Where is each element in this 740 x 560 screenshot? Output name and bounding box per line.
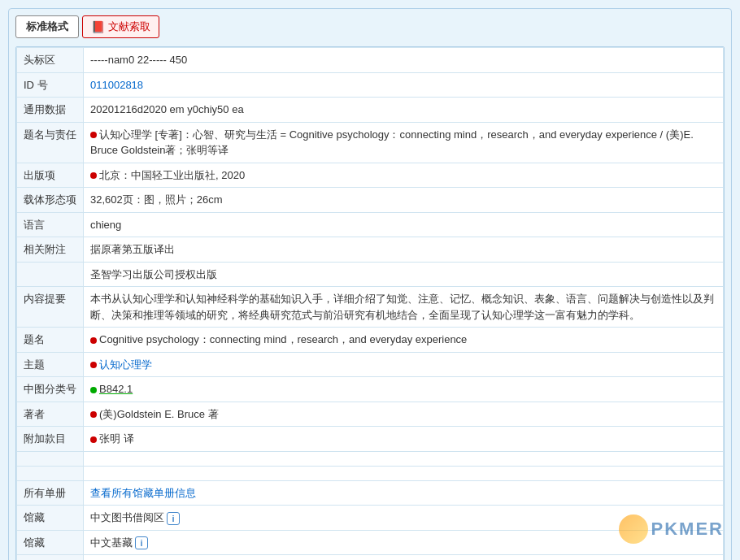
label-cell: 中图分类号 (17, 377, 84, 402)
tab-standard-label: 标准格式 (26, 20, 68, 33)
label-cell: 馆藏 (17, 506, 84, 531)
dot-value: Cognitive psychology：connecting mind，res… (99, 333, 467, 345)
label-cell: 内容提要 (17, 287, 84, 328)
value-cell: (美)Goldstein E. Bruce 著 (84, 402, 724, 427)
label-cell (17, 262, 84, 287)
table-row (17, 466, 724, 480)
value-cell: 本书从认知心理学和认知神经科学的基础知识入手，详细介绍了知觉、注意、记忆、概念知… (84, 287, 724, 328)
dot-value: (美)Goldstein E. Bruce 著 (99, 408, 219, 420)
value-cell: Cognitive psychology：connecting mind，res… (84, 328, 724, 353)
value-link[interactable]: 查看所有馆藏单册信息 (90, 487, 196, 499)
value-link[interactable]: 011002818 (90, 79, 143, 91)
label-cell: 出版项 (17, 163, 84, 188)
value-cell: -----nam0 22----- 450 (84, 48, 724, 73)
label-cell: 附加款目 (17, 427, 84, 452)
label-cell: 著者 (17, 402, 84, 427)
label-cell: 题名 (17, 328, 84, 353)
value-cell: 书刊保存本库i (84, 555, 724, 561)
value-cell: B842.1 (84, 377, 724, 402)
table-row: 所有单册查看所有馆藏单册信息 (17, 480, 724, 506)
label-cell: 馆藏 (17, 555, 84, 561)
tab-bar: 标准格式 📕 文献索取 (15, 15, 725, 38)
classification-value: B842.1 (99, 383, 133, 395)
value-cell: 北京：中国轻工业出版社, 2020 (84, 163, 724, 188)
value-cell: 圣智学习出版公司授权出版 (84, 262, 724, 287)
table-row: 馆藏书刊保存本库i (17, 555, 724, 561)
label-cell: 所有单册 (17, 480, 84, 506)
label-cell: 相关附注 (17, 237, 84, 263)
value-cell: chieng (84, 212, 724, 237)
record-table: 头标区-----nam0 22----- 450ID 号011002818通用数… (16, 47, 724, 560)
value-cell: 32,602页：图，照片；26cm (84, 188, 724, 213)
table-row: 圣智学习出版公司授权出版 (17, 262, 724, 287)
table-row: 载体形态项32,602页：图，照片；26cm (17, 188, 724, 213)
tab-retrieve[interactable]: 📕 文献索取 (82, 15, 159, 38)
table-row: 语言chieng (17, 212, 724, 237)
green-dot (90, 387, 97, 393)
info-icon[interactable]: i (135, 536, 148, 549)
red-dot (90, 337, 97, 344)
red-dot (90, 172, 97, 179)
value-cell: 查看所有馆藏单册信息 (84, 480, 724, 506)
table-row: 内容提要本书从认知心理学和认知神经科学的基础知识入手，详细介绍了知觉、注意、记忆… (17, 287, 724, 328)
label-cell: 通用数据 (17, 98, 84, 123)
table-row: 著者(美)Goldstein E. Bruce 著 (17, 402, 724, 427)
label-cell: 题名与责任 (17, 122, 84, 163)
table-row: 馆藏中文基藏i (17, 530, 724, 555)
book-icon: 📕 (91, 20, 105, 33)
content-area: 头标区-----nam0 22----- 450ID 号011002818通用数… (15, 46, 725, 560)
value-cell: 20201216d2020 em y0chiy50 ea (84, 98, 724, 123)
dot-value: 北京：中国轻工业出版社, 2020 (99, 169, 245, 181)
value-cell: 张明 译 (84, 427, 724, 452)
label-cell: 头标区 (17, 48, 84, 73)
dot-value: 认知心理学 [专著]：心智、研究与生活 = Cognitive psycholo… (90, 128, 694, 157)
red-dot (90, 362, 97, 368)
tab-standard[interactable]: 标准格式 (15, 15, 79, 38)
table-row: ID 号011002818 (17, 72, 724, 98)
table-row: 头标区-----nam0 22----- 450 (17, 48, 724, 73)
label-cell: 馆藏 (17, 530, 84, 555)
label-cell: ID 号 (17, 72, 84, 98)
value-cell: 认知心理学 [专著]：心智、研究与生活 = Cognitive psycholo… (84, 122, 724, 163)
table-row: 出版项北京：中国轻工业出版社, 2020 (17, 163, 724, 188)
table-row: 附加款目张明 译 (17, 427, 724, 452)
red-dot (90, 436, 97, 443)
pkmer-watermark: PKMER (619, 514, 724, 544)
table-row: 馆藏中文图书借阅区i (17, 506, 724, 531)
collection-name: 中文基藏 (90, 536, 133, 549)
pkmer-logo (619, 514, 648, 544)
table-row: 主题认知心理学 (17, 352, 724, 377)
info-icon[interactable]: i (167, 512, 180, 525)
value-cell: 据原著第五版译出 (84, 237, 724, 263)
label-cell: 主题 (17, 352, 84, 377)
table-row (17, 451, 724, 466)
value-cell (84, 466, 724, 480)
value-cell: 011002818 (84, 72, 724, 98)
label-cell (17, 451, 84, 466)
tab-retrieve-label: 文献索取 (108, 20, 150, 34)
table-row: 题名Cognitive psychology：connecting mind，r… (17, 328, 724, 353)
label-cell: 载体形态项 (17, 188, 84, 213)
collection-name: 中文图书借阅区 (90, 511, 164, 523)
table-row: 通用数据20201216d2020 em y0chiy50 ea (17, 98, 724, 123)
pkmer-text: PKMER (651, 519, 724, 540)
table-row: 相关附注据原著第五版译出 (17, 237, 724, 263)
label-cell: 语言 (17, 212, 84, 237)
value-cell (84, 451, 724, 466)
red-dot (90, 132, 97, 138)
value-link[interactable]: 认知心理学 (99, 358, 152, 371)
value-cell: 认知心理学 (84, 352, 724, 377)
red-dot (90, 411, 97, 418)
main-container: 标准格式 📕 文献索取 头标区-----nam0 22----- 450ID 号… (8, 8, 732, 560)
table-row: 中图分类号B842.1 (17, 377, 724, 402)
label-cell (17, 466, 84, 480)
table-row: 题名与责任认知心理学 [专著]：心智、研究与生活 = Cognitive psy… (17, 122, 724, 163)
dot-value: 张明 译 (99, 432, 134, 445)
